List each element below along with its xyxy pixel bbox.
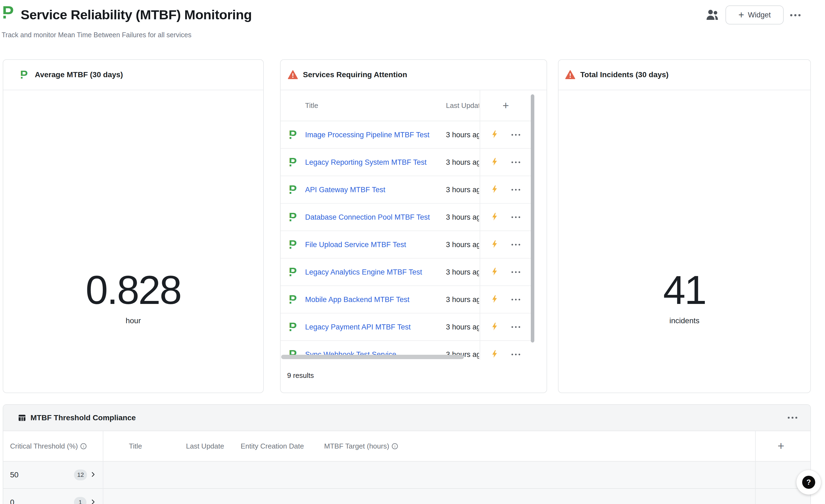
plus-icon: + bbox=[738, 10, 744, 20]
column-divider bbox=[103, 431, 103, 504]
page-more-menu-button[interactable] bbox=[790, 14, 801, 16]
avg-mtbf-card: P Average MTBF (30 days) 0.828 hour bbox=[3, 59, 264, 393]
avg-mtbf-card-title: Average MTBF (30 days) bbox=[35, 70, 123, 79]
table-icon bbox=[18, 414, 26, 422]
automation-bolt-icon[interactable] bbox=[491, 322, 500, 332]
vertical-scrollbar-thumb[interactable] bbox=[531, 94, 534, 342]
add-widget-label: Widget bbox=[748, 11, 771, 19]
row-menu-button[interactable] bbox=[512, 217, 520, 218]
warning-icon bbox=[565, 70, 575, 79]
port-logo-icon: P bbox=[2, 4, 14, 21]
total-incidents-card-header: Total Incidents (30 days) bbox=[558, 60, 810, 90]
group-value: 0 bbox=[10, 498, 14, 504]
column-entity-creation-date: Entity Creation Date bbox=[241, 442, 304, 450]
avg-mtbf-card-header: P Average MTBF (30 days) bbox=[3, 60, 263, 90]
table-row: P Legacy Payment API MTBF Test 3 hours a… bbox=[281, 314, 531, 341]
row-menu-button[interactable] bbox=[512, 162, 520, 163]
column-divider bbox=[755, 431, 756, 504]
avg-mtbf-value: 0.828 bbox=[3, 270, 263, 311]
add-column-button[interactable]: + bbox=[498, 99, 513, 112]
entity-link[interactable]: Legacy Payment API MTBF Test bbox=[305, 323, 410, 331]
results-count: 9 results bbox=[287, 371, 314, 380]
total-incidents-card-title: Total Incidents (30 days) bbox=[580, 70, 669, 79]
row-menu-button[interactable] bbox=[512, 299, 520, 301]
total-incidents-value: 41 bbox=[558, 270, 810, 311]
services-attention-card: Services Requiring Attention Title Last … bbox=[280, 59, 547, 393]
row-menu-button[interactable] bbox=[512, 326, 520, 328]
attention-table-header: Title Last Updated + bbox=[281, 90, 531, 121]
question-mark-icon: ? bbox=[802, 476, 815, 489]
entity-link[interactable]: Mobile App Backend MTBF Test bbox=[305, 295, 409, 304]
last-update-cell: 3 hours ago bbox=[446, 131, 479, 139]
automation-bolt-icon[interactable] bbox=[491, 295, 500, 304]
table-row: P Image Processing Pipeline MTBF Test 3 … bbox=[281, 121, 531, 149]
table-row: P File Upload Service MTBF Test 3 hours … bbox=[281, 231, 531, 258]
automation-bolt-icon[interactable] bbox=[491, 267, 500, 277]
automation-bolt-icon[interactable] bbox=[491, 185, 500, 194]
last-update-cell: 3 hours ago bbox=[446, 295, 479, 304]
row-menu-button[interactable] bbox=[512, 271, 520, 273]
entity-link[interactable]: File Upload Service MTBF Test bbox=[305, 240, 406, 249]
row-menu-button[interactable] bbox=[512, 354, 520, 355]
entity-link[interactable]: Database Connection Pool MTBF Test bbox=[305, 213, 430, 221]
last-update-cell: 3 hours ago bbox=[446, 240, 479, 249]
compliance-title: MTBF Threshold Compliance bbox=[30, 414, 136, 422]
expand-chevron-icon[interactable] bbox=[90, 499, 96, 504]
people-icon[interactable] bbox=[706, 9, 719, 21]
table-row: P Mobile App Backend MTBF Test 3 hours a… bbox=[281, 286, 531, 314]
entity-icon: P bbox=[289, 184, 297, 196]
column-last-update: Last Update bbox=[186, 442, 224, 450]
last-update-cell: 3 hours ago bbox=[446, 323, 479, 331]
add-widget-button[interactable]: + Widget bbox=[726, 5, 784, 24]
warning-icon bbox=[288, 70, 298, 79]
total-incidents-unit: incidents bbox=[558, 317, 810, 325]
automation-bolt-icon[interactable] bbox=[491, 350, 500, 359]
compliance-header: MTBF Threshold Compliance bbox=[3, 405, 810, 431]
automation-bolt-icon[interactable] bbox=[491, 240, 500, 249]
automation-bolt-icon[interactable] bbox=[491, 213, 500, 222]
info-icon[interactable]: i bbox=[80, 443, 86, 449]
expand-chevron-icon[interactable] bbox=[90, 471, 96, 479]
automation-bolt-icon[interactable] bbox=[491, 130, 500, 140]
entity-link[interactable]: Image Processing Pipeline MTBF Test bbox=[305, 131, 429, 139]
entity-icon: P bbox=[289, 293, 297, 306]
last-update-cell: 3 hours ago bbox=[446, 268, 479, 276]
add-column-button[interactable]: + bbox=[770, 439, 792, 452]
entity-icon: P bbox=[289, 266, 297, 278]
row-menu-button[interactable] bbox=[512, 244, 520, 246]
entity-link[interactable]: API Gateway MTBF Test bbox=[305, 185, 385, 194]
column-title: Title bbox=[129, 442, 142, 450]
column-divider bbox=[480, 90, 480, 360]
mtbf-threshold-compliance-card: MTBF Threshold Compliance Critical Thres… bbox=[3, 404, 811, 504]
entity-link[interactable]: Legacy Reporting System MTBF Test bbox=[305, 158, 427, 166]
entity-icon: P bbox=[289, 156, 297, 168]
entity-icon: P bbox=[289, 129, 297, 141]
entity-icon: P bbox=[289, 321, 297, 333]
compliance-menu-button[interactable] bbox=[788, 417, 797, 419]
group-count-badge: 1 bbox=[74, 497, 86, 504]
horizontal-scrollbar-thumb[interactable] bbox=[281, 355, 464, 359]
column-title: Title bbox=[305, 101, 318, 110]
last-update-cell: 3 hours ago bbox=[446, 185, 479, 194]
table-row: P Legacy Reporting System MTBF Test 3 ho… bbox=[281, 149, 531, 176]
group-row: 0 1 bbox=[3, 489, 810, 504]
info-icon[interactable]: i bbox=[392, 443, 398, 449]
column-mtbf-target: MTBF Target (hours) i bbox=[324, 442, 398, 450]
compliance-table-header: Critical Threshold (%) i Title Last Upda… bbox=[3, 431, 810, 461]
row-menu-button[interactable] bbox=[512, 134, 520, 136]
group-count-badge: 12 bbox=[74, 470, 87, 480]
help-button[interactable]: ? bbox=[796, 470, 821, 495]
automation-bolt-icon[interactable] bbox=[491, 158, 500, 167]
page-title: Service Reliability (MTBF) Monitoring bbox=[21, 7, 252, 22]
table-row: P Database Connection Pool MTBF Test 3 h… bbox=[281, 203, 531, 231]
page-subtitle: Track and monitor Mean Time Between Fail… bbox=[2, 30, 192, 39]
row-menu-button[interactable] bbox=[512, 189, 520, 190]
entity-icon: P bbox=[289, 239, 297, 251]
last-update-cell: 3 hours ago bbox=[446, 213, 479, 221]
column-critical-threshold: Critical Threshold (%) i bbox=[10, 442, 86, 450]
total-incidents-card: Total Incidents (30 days) 41 incidents bbox=[558, 59, 811, 393]
services-attention-card-header: Services Requiring Attention bbox=[281, 60, 546, 90]
entity-link[interactable]: Legacy Analytics Engine MTBF Test bbox=[305, 268, 422, 276]
group-value: 50 bbox=[10, 471, 18, 479]
entity-icon: P bbox=[289, 211, 297, 223]
